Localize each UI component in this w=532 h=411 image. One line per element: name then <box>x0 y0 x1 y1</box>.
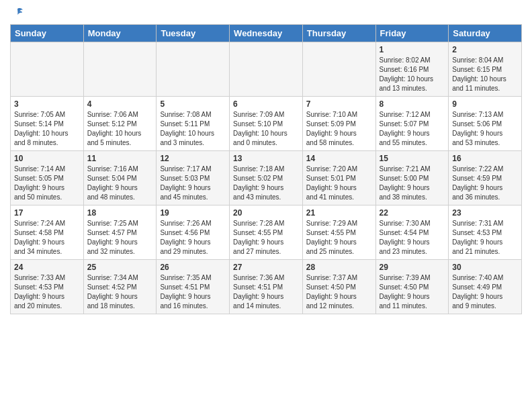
day-info: Sunrise: 7:37 AM Sunset: 4:50 PM Dayligh… <box>306 273 372 311</box>
day-info: Sunrise: 7:36 AM Sunset: 4:51 PM Dayligh… <box>233 273 299 311</box>
calendar-week-row: 17Sunrise: 7:24 AM Sunset: 4:58 PM Dayli… <box>11 205 522 260</box>
calendar-cell: 22Sunrise: 7:30 AM Sunset: 4:54 PM Dayli… <box>375 205 449 260</box>
day-number: 16 <box>452 154 518 163</box>
calendar-cell: 2Sunrise: 8:04 AM Sunset: 6:15 PM Daylig… <box>449 42 522 97</box>
day-info: Sunrise: 7:16 AM Sunset: 5:04 PM Dayligh… <box>87 165 153 202</box>
day-info: Sunrise: 7:10 AM Sunset: 5:09 PM Dayligh… <box>306 110 372 148</box>
calendar-cell <box>230 42 303 97</box>
day-number: 29 <box>380 263 445 272</box>
day-number: 10 <box>14 154 80 163</box>
day-info: Sunrise: 7:21 AM Sunset: 5:00 PM Dayligh… <box>380 165 445 202</box>
calendar-cell: 10Sunrise: 7:14 AM Sunset: 5:05 PM Dayli… <box>11 151 84 205</box>
day-number: 26 <box>160 263 226 272</box>
day-info: Sunrise: 7:33 AM Sunset: 4:53 PM Dayligh… <box>14 273 80 311</box>
weekday-header-friday: Friday <box>375 25 449 42</box>
day-number: 15 <box>380 154 445 163</box>
calendar-table: SundayMondayTuesdayWednesdayThursdayFrid… <box>10 24 522 314</box>
day-number: 7 <box>306 99 372 109</box>
day-info: Sunrise: 7:24 AM Sunset: 4:58 PM Dayligh… <box>14 219 80 257</box>
day-number: 14 <box>306 154 372 163</box>
day-number: 18 <box>87 208 153 218</box>
page-header <box>10 7 522 20</box>
calendar-cell: 8Sunrise: 7:12 AM Sunset: 5:07 PM Daylig… <box>375 97 449 151</box>
day-number: 27 <box>233 263 299 272</box>
calendar-cell <box>157 42 230 97</box>
day-number: 20 <box>233 208 299 218</box>
day-info: Sunrise: 7:05 AM Sunset: 5:14 PM Dayligh… <box>14 110 80 148</box>
day-number: 9 <box>452 99 518 109</box>
weekday-header-tuesday: Tuesday <box>157 25 230 42</box>
day-info: Sunrise: 7:25 AM Sunset: 4:57 PM Dayligh… <box>87 219 153 257</box>
calendar-week-row: 3Sunrise: 7:05 AM Sunset: 5:14 PM Daylig… <box>11 97 522 151</box>
calendar-cell: 4Sunrise: 7:06 AM Sunset: 5:12 PM Daylig… <box>83 97 157 151</box>
calendar-cell: 28Sunrise: 7:37 AM Sunset: 4:50 PM Dayli… <box>302 260 375 314</box>
calendar-cell: 3Sunrise: 7:05 AM Sunset: 5:14 PM Daylig… <box>11 97 84 151</box>
day-number: 19 <box>160 208 226 218</box>
day-number: 30 <box>452 263 518 272</box>
calendar-cell: 27Sunrise: 7:36 AM Sunset: 4:51 PM Dayli… <box>230 260 303 314</box>
day-number: 24 <box>14 263 80 272</box>
day-number: 21 <box>306 208 372 218</box>
day-info: Sunrise: 7:35 AM Sunset: 4:51 PM Dayligh… <box>160 273 226 311</box>
calendar-cell: 6Sunrise: 7:09 AM Sunset: 5:10 PM Daylig… <box>230 97 303 151</box>
weekday-header-monday: Monday <box>83 25 157 42</box>
day-number: 6 <box>233 99 299 109</box>
day-number: 4 <box>87 99 153 109</box>
calendar-cell <box>11 42 84 97</box>
calendar-cell <box>302 42 375 97</box>
weekday-header-thursday: Thursday <box>302 25 375 42</box>
day-info: Sunrise: 7:31 AM Sunset: 4:53 PM Dayligh… <box>452 219 518 257</box>
day-number: 1 <box>380 45 445 54</box>
day-number: 8 <box>380 99 445 109</box>
logo <box>10 9 24 20</box>
day-number: 25 <box>87 263 153 272</box>
day-number: 3 <box>14 99 80 109</box>
calendar-cell: 26Sunrise: 7:35 AM Sunset: 4:51 PM Dayli… <box>157 260 230 314</box>
day-info: Sunrise: 8:04 AM Sunset: 6:15 PM Dayligh… <box>452 56 518 93</box>
calendar-cell: 13Sunrise: 7:18 AM Sunset: 5:02 PM Dayli… <box>230 151 303 205</box>
weekday-header-sunday: Sunday <box>11 25 84 42</box>
weekday-header-row: SundayMondayTuesdayWednesdayThursdayFrid… <box>11 25 522 42</box>
day-info: Sunrise: 7:20 AM Sunset: 5:01 PM Dayligh… <box>306 165 372 202</box>
weekday-header-wednesday: Wednesday <box>230 25 303 42</box>
calendar-cell: 15Sunrise: 7:21 AM Sunset: 5:00 PM Dayli… <box>375 151 449 205</box>
day-number: 28 <box>306 263 372 272</box>
day-info: Sunrise: 7:13 AM Sunset: 5:06 PM Dayligh… <box>452 110 518 148</box>
calendar-week-row: 24Sunrise: 7:33 AM Sunset: 4:53 PM Dayli… <box>11 260 522 314</box>
day-info: Sunrise: 7:39 AM Sunset: 4:50 PM Dayligh… <box>380 273 445 311</box>
calendar-cell: 23Sunrise: 7:31 AM Sunset: 4:53 PM Dayli… <box>449 205 522 260</box>
day-info: Sunrise: 7:14 AM Sunset: 5:05 PM Dayligh… <box>14 165 80 202</box>
day-info: Sunrise: 7:06 AM Sunset: 5:12 PM Dayligh… <box>87 110 153 148</box>
calendar-week-row: 1Sunrise: 8:02 AM Sunset: 6:16 PM Daylig… <box>11 42 522 97</box>
day-number: 5 <box>160 99 226 109</box>
calendar-cell: 24Sunrise: 7:33 AM Sunset: 4:53 PM Dayli… <box>11 260 84 314</box>
day-number: 11 <box>87 154 153 163</box>
calendar-cell: 1Sunrise: 8:02 AM Sunset: 6:16 PM Daylig… <box>375 42 449 97</box>
day-info: Sunrise: 7:12 AM Sunset: 5:07 PM Dayligh… <box>380 110 445 148</box>
calendar-cell: 20Sunrise: 7:28 AM Sunset: 4:55 PM Dayli… <box>230 205 303 260</box>
calendar-cell: 29Sunrise: 7:39 AM Sunset: 4:50 PM Dayli… <box>375 260 449 314</box>
day-info: Sunrise: 7:18 AM Sunset: 5:02 PM Dayligh… <box>233 165 299 202</box>
calendar-cell: 5Sunrise: 7:08 AM Sunset: 5:11 PM Daylig… <box>157 97 230 151</box>
day-info: Sunrise: 7:40 AM Sunset: 4:49 PM Dayligh… <box>452 273 518 311</box>
calendar-cell: 14Sunrise: 7:20 AM Sunset: 5:01 PM Dayli… <box>302 151 375 205</box>
calendar-cell: 25Sunrise: 7:34 AM Sunset: 4:52 PM Dayli… <box>83 260 157 314</box>
day-info: Sunrise: 7:08 AM Sunset: 5:11 PM Dayligh… <box>160 110 226 148</box>
day-number: 12 <box>160 154 226 163</box>
calendar-cell: 17Sunrise: 7:24 AM Sunset: 4:58 PM Dayli… <box>11 205 84 260</box>
day-number: 23 <box>452 208 518 218</box>
day-info: Sunrise: 7:34 AM Sunset: 4:52 PM Dayligh… <box>87 273 153 311</box>
day-info: Sunrise: 7:26 AM Sunset: 4:56 PM Dayligh… <box>160 219 226 257</box>
calendar-week-row: 10Sunrise: 7:14 AM Sunset: 5:05 PM Dayli… <box>11 151 522 205</box>
day-info: Sunrise: 7:30 AM Sunset: 4:54 PM Dayligh… <box>380 219 445 257</box>
day-number: 22 <box>380 208 445 218</box>
calendar-cell: 7Sunrise: 7:10 AM Sunset: 5:09 PM Daylig… <box>302 97 375 151</box>
calendar-cell: 30Sunrise: 7:40 AM Sunset: 4:49 PM Dayli… <box>449 260 522 314</box>
day-info: Sunrise: 7:22 AM Sunset: 4:59 PM Dayligh… <box>452 165 518 202</box>
day-number: 2 <box>452 45 518 54</box>
logo-bird-icon <box>11 7 24 20</box>
day-info: Sunrise: 7:29 AM Sunset: 4:55 PM Dayligh… <box>306 219 372 257</box>
day-number: 13 <box>233 154 299 163</box>
calendar-cell: 9Sunrise: 7:13 AM Sunset: 5:06 PM Daylig… <box>449 97 522 151</box>
calendar-cell: 11Sunrise: 7:16 AM Sunset: 5:04 PM Dayli… <box>83 151 157 205</box>
